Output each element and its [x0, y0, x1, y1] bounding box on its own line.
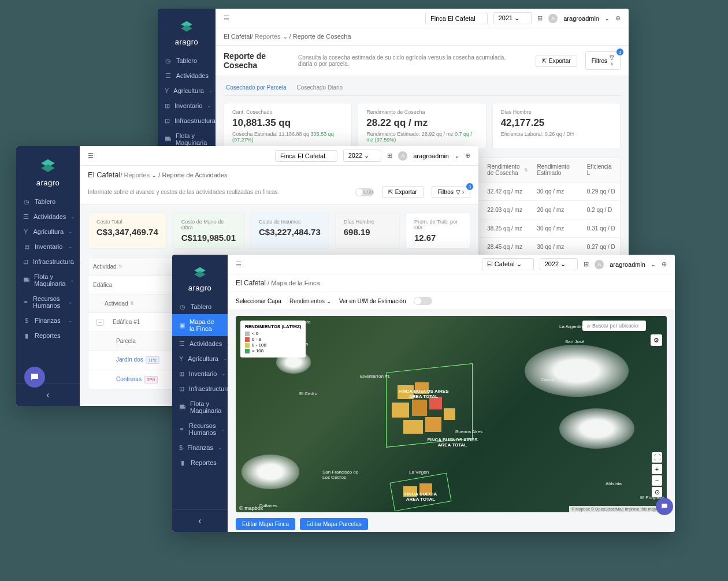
globe-icon[interactable]: ⊕ — [465, 152, 470, 159]
legend-row: > 108 — [245, 348, 301, 353]
export-button[interactable]: ⇱ Exportar — [382, 186, 424, 198]
nav-inventario[interactable]: ⊞Inventario⌄ — [158, 98, 216, 113]
nav-flota[interactable]: ⛟Flota y Maquinaria⌄ — [172, 396, 228, 418]
map-label: San Francisco de Los Cedros — [322, 470, 359, 480]
logo-icon — [179, 18, 195, 34]
chat-icon — [29, 372, 40, 382]
avatar[interactable]: A — [595, 260, 604, 269]
avatar[interactable]: A — [548, 14, 558, 23]
nav-reportes[interactable]: ▮Reportes — [16, 328, 80, 343]
sidebar-toggle-icon[interactable]: ☰ — [236, 260, 242, 268]
filters-button[interactable]: Filtros ▽ › — [585, 51, 621, 70]
collapse-icon[interactable]: − — [96, 319, 103, 326]
farm-label: FINCA SUECIA AREA TOTAL — [398, 491, 444, 502]
map-layer-button[interactable]: ⚙ — [651, 334, 662, 346]
map-label: Buenos Aires — [455, 429, 482, 434]
page-title: Reporte de Cosecha — [224, 51, 290, 70]
nav-agricultura[interactable]: YAgricultura⌄ — [172, 351, 228, 366]
apps-icon[interactable]: ⊞ — [387, 152, 392, 159]
layer-select[interactable]: Rendimientos ⌄ — [289, 298, 331, 304]
year-select[interactable]: 2022 ⌄ — [343, 150, 382, 162]
parcel-link[interactable]: Contreras — [116, 376, 142, 382]
sidebar-toggle-icon[interactable]: ☰ — [224, 14, 229, 22]
collapse-sidebar[interactable]: ‹ — [172, 509, 228, 532]
tab-parcela[interactable]: Cosechado por Parcela — [226, 84, 287, 91]
export-button[interactable]: ⇱ Exportar — [536, 55, 577, 67]
globe-icon[interactable]: ⊕ — [662, 260, 667, 268]
zoom-out-button[interactable]: − — [652, 475, 662, 486]
filters-button[interactable]: Filtros ▽ › — [432, 186, 470, 198]
zoom-in-button[interactable]: + — [652, 464, 662, 474]
layer-label: Seleccionar Capa — [236, 298, 281, 304]
logo-icon — [192, 264, 208, 280]
apps-icon[interactable]: ⊞ — [584, 260, 589, 268]
map-attribution: © Mapbox © OpenStreetMap Improve this ma… — [569, 506, 667, 512]
nav-tablero[interactable]: ◷Tablero — [158, 53, 216, 68]
logo-icon — [38, 155, 58, 175]
map[interactable]: Linda Vista Los Limones El Cedro Elventa… — [236, 316, 667, 512]
nav-inventario[interactable]: ⊞Inventario⌄ — [16, 239, 80, 254]
nav-agricultura[interactable]: YAgricultura⌄ — [158, 83, 216, 98]
nav-rrhh[interactable]: ⚭Recursos Humanos⌄ — [16, 291, 80, 313]
year-select[interactable]: 2021 ⌄ — [493, 12, 532, 24]
user-name[interactable]: aragroadmin — [563, 15, 599, 22]
map-content: Linda Vista Los Limones El Cedro Elventa… — [228, 310, 675, 532]
crumb-reportes[interactable]: Reportes — [255, 33, 281, 40]
user-name[interactable]: aragroadmin — [413, 152, 449, 159]
map-controls: ⛶ + − ⊙ — [652, 452, 662, 497]
nav-rrhh[interactable]: ⚭Recursos Humanos⌄ — [172, 418, 228, 440]
logo: aragro — [158, 9, 216, 53]
fullscreen-button[interactable]: ⛶ — [652, 452, 662, 463]
edit-mapa-finca-button[interactable]: Editar Mapa Finca — [236, 518, 295, 530]
map-edit-buttons: Editar Mapa Finca Editar Mapa Parcelas — [236, 518, 667, 530]
avatar[interactable]: A — [398, 151, 407, 161]
nav-finanzas[interactable]: $Finanzas⌄ — [172, 440, 228, 455]
map-search-input[interactable] — [592, 323, 638, 329]
nav-infraestructura[interactable]: ⊡Infraestructura⌄ — [16, 254, 80, 269]
sidebar: aragro ◷Tablero ☰Actividades⌄ YAgricultu… — [16, 146, 80, 406]
stat-prom-trab: Prom. de Trab. por Día12.67 — [406, 213, 470, 249]
nav-inventario[interactable]: ⊞Inventario⌄ — [172, 366, 228, 381]
parcel-link[interactable]: Jardín dos — [116, 356, 143, 363]
nav-tablero[interactable]: ◷Tablero — [172, 299, 228, 314]
stat-row: Cant. Cosechado 10,881.35 qq Cosecha Est… — [224, 103, 621, 149]
farm-label: FINCA BUENOS AIRES AREA TOTAL — [398, 389, 450, 399]
tab-diario[interactable]: Cosechado Diario — [297, 84, 343, 91]
nav-infraestructura[interactable]: ⊡Infraestructura — [158, 113, 216, 128]
currency-toggle[interactable]: USD — [355, 188, 374, 196]
logo-text: aragro — [16, 178, 80, 187]
year-select[interactable]: 2022 ⌄ — [540, 258, 578, 270]
nav-agricultura[interactable]: YAgricultura⌄ — [16, 224, 80, 239]
globe-icon[interactable]: ⊕ — [615, 14, 621, 22]
crumb-reportes[interactable]: Reportes — [124, 172, 150, 178]
apps-icon[interactable]: ⊞ — [537, 14, 543, 22]
edit-mapa-parcelas-button[interactable]: Editar Mapa Parcelas — [300, 518, 368, 530]
nav-reportes[interactable]: ▮Reportes — [172, 455, 228, 470]
finca-select[interactable]: El Cafetal ⌄ — [482, 258, 534, 270]
finca-select[interactable]: Finca El Cafetal — [425, 13, 488, 24]
nav-actividades[interactable]: ☰Actividades⌄ — [16, 209, 80, 224]
nav-mapa[interactable]: ▣Mapa de la Finca — [172, 314, 228, 336]
nav-flota[interactable]: ⛟Flota y Maquinaria⌄ — [16, 269, 80, 291]
stat-mano-obra: Costo de Mano de ObraC$119,985.01 — [173, 213, 244, 249]
nav-infraestructura[interactable]: ⊡Infraestructura⌄ — [172, 381, 228, 396]
um-toggle[interactable] — [414, 297, 432, 305]
sidebar: aragro ◷Tablero ▣Mapa de la Finca ☰Activ… — [172, 255, 228, 532]
legend-row: 8 - 108 — [245, 342, 301, 348]
map-search[interactable]: ⌕ — [582, 321, 646, 331]
finca-select[interactable]: Finca El Cafetal — [275, 150, 337, 162]
map-label: Castillo Norte — [541, 377, 569, 382]
chat-widget[interactable] — [656, 498, 673, 515]
map-label: El Cedro — [299, 391, 317, 396]
window-mapa: aragro ◷Tablero ▣Mapa de la Finca ☰Activ… — [172, 255, 675, 532]
nav-tablero[interactable]: ◷Tablero — [16, 194, 80, 209]
nav-actividades[interactable]: ☰Actividades⌄ — [172, 336, 228, 351]
compass-button[interactable]: ⊙ — [652, 487, 662, 497]
nav-actividades[interactable]: ☰Actividades — [158, 68, 216, 83]
user-name[interactable]: aragroadmin — [610, 261, 645, 268]
map-toolbar: Seleccionar Capa Rendimientos ⌄ Ver en U… — [228, 292, 675, 310]
nav-finanzas[interactable]: $Finanzas⌄ — [16, 313, 80, 328]
sidebar-toggle-icon[interactable]: ☰ — [88, 152, 94, 159]
collapse-sidebar[interactable]: ‹ — [16, 383, 80, 406]
chat-widget[interactable] — [24, 367, 45, 388]
